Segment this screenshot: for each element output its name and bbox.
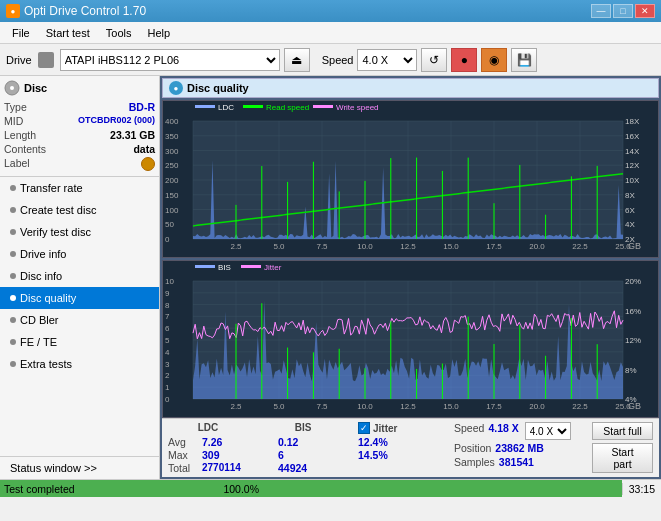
menu-help[interactable]: Help [139, 25, 178, 41]
nav-dot [10, 251, 16, 257]
stats-table: LDC BIS ✓ Jitter Avg 7.26 [168, 422, 438, 474]
start-full-button[interactable]: Start full [592, 422, 653, 440]
orange-button[interactable]: ◉ [481, 48, 507, 72]
titlebar: ● Opti Drive Control 1.70 — □ ✕ [0, 0, 661, 22]
nav-dot [10, 295, 16, 301]
sidebar-bottom: Status window >> [0, 456, 159, 479]
bis-avg: 0.12 [278, 436, 298, 448]
nav-dot [10, 361, 16, 367]
svg-point-1 [10, 86, 14, 90]
position-label: Position [454, 442, 491, 454]
disc-contents-row: Contents data [4, 142, 155, 156]
red-button[interactable]: ● [451, 48, 477, 72]
ldc-total: 2770114 [202, 462, 241, 474]
sidebar-item-create-test-disc[interactable]: Create test disc [0, 199, 159, 221]
app-icon: ● [6, 4, 20, 18]
disc-length-row: Length 23.31 GB [4, 128, 155, 142]
content-area: ● Disc quality LDC BIS [160, 76, 661, 479]
bis-total: 44924 [278, 462, 307, 474]
drive-label: Drive [6, 54, 32, 66]
position-value: 23862 MB [495, 442, 543, 454]
chart1-wrapper [162, 100, 659, 258]
nav-dot [10, 317, 16, 323]
stats-area: LDC BIS ✓ Jitter Avg 7.26 [162, 418, 659, 477]
minimize-button[interactable]: — [591, 4, 611, 18]
ldc-avg: 7.26 [202, 436, 222, 448]
disc-icon [4, 80, 20, 96]
samples-label: Samples [454, 456, 495, 468]
toolbar: Drive ATAPI iHBS112 2 PL06 ⏏ Speed 4.0 X… [0, 44, 661, 76]
drive-select[interactable]: ATAPI iHBS112 2 PL06 [60, 49, 280, 71]
sidebar-item-verify-test-disc[interactable]: Verify test disc [0, 221, 159, 243]
maximize-button[interactable]: □ [613, 4, 633, 18]
eject-button[interactable]: ⏏ [284, 48, 310, 72]
status-window-button[interactable]: Status window >> [0, 457, 159, 479]
bis-header: BIS [278, 422, 328, 433]
sidebar-item-drive-info[interactable]: Drive info [0, 243, 159, 265]
bis-max: 6 [278, 449, 284, 461]
drive-icon [38, 52, 54, 68]
total-label: Total [168, 462, 198, 474]
nav-dot [10, 273, 16, 279]
sidebar-item-cd-bler[interactable]: CD Bler [0, 309, 159, 331]
jitter-avg: 12.4% [358, 436, 388, 448]
chart2-wrapper [162, 260, 659, 418]
jitter-header: Jitter [373, 423, 397, 434]
charts-container [162, 100, 659, 418]
nav-dot [10, 339, 16, 345]
disc-type-row: Type BD-R [4, 100, 155, 114]
avg-label: Avg [168, 436, 198, 448]
speed-info: Speed 4.18 X 4.0 X Position 23862 MB Sam… [454, 422, 584, 468]
progress-text: Test completed 100.0% [4, 483, 259, 495]
chart2-canvas [163, 261, 658, 417]
max-label: Max [168, 449, 198, 461]
speed-label: Speed [454, 422, 484, 440]
menu-file[interactable]: File [4, 25, 38, 41]
window-controls: — □ ✕ [591, 4, 655, 18]
menu-tools[interactable]: Tools [98, 25, 140, 41]
start-part-button[interactable]: Start part [592, 443, 653, 473]
status-time: 33:15 [622, 483, 661, 495]
save-button[interactable]: 💾 [511, 48, 537, 72]
speed-value: 4.18 X [488, 422, 518, 440]
menu-start-test[interactable]: Start test [38, 25, 98, 41]
main-container: Disc Type BD-R MID OTCBDR002 (000) Lengt… [0, 76, 661, 479]
progress-container: Test completed 100.0% [0, 480, 622, 497]
sidebar-item-fe-te[interactable]: FE / TE [0, 331, 159, 353]
disc-panel-header: Disc [4, 80, 155, 96]
disc-quality-icon: ● [169, 81, 183, 95]
refresh-button[interactable]: ↺ [421, 48, 447, 72]
ldc-max: 309 [202, 449, 220, 461]
nav-dot [10, 229, 16, 235]
jitter-checkbox[interactable]: ✓ [358, 422, 370, 434]
action-buttons: Start full Start part [592, 422, 653, 473]
nav-dot [10, 207, 16, 213]
sidebar-item-extra-tests[interactable]: Extra tests [0, 353, 159, 375]
nav-dot [10, 185, 16, 191]
jitter-max: 14.5% [358, 449, 388, 461]
menubar: File Start test Tools Help [0, 22, 661, 44]
speed-label: Speed [322, 54, 354, 66]
sidebar: Disc Type BD-R MID OTCBDR002 (000) Lengt… [0, 76, 160, 479]
disc-quality-header: ● Disc quality [162, 78, 659, 98]
disc-mid-row: MID OTCBDR002 (000) [4, 114, 155, 128]
app-title: Opti Drive Control 1.70 [24, 4, 591, 18]
chart1-canvas [163, 101, 658, 257]
sidebar-item-disc-info[interactable]: Disc info [0, 265, 159, 287]
speed-select-stats[interactable]: 4.0 X [525, 422, 571, 440]
sidebar-item-disc-quality[interactable]: Disc quality [0, 287, 159, 309]
disc-panel: Disc Type BD-R MID OTCBDR002 (000) Lengt… [0, 76, 159, 177]
label-icon [141, 157, 155, 171]
disc-quality-title: Disc quality [187, 82, 249, 94]
ldc-header: LDC [168, 422, 248, 433]
disc-label-row: Label [4, 156, 155, 172]
speed-select[interactable]: 4.0 X [357, 49, 417, 71]
sidebar-item-transfer-rate[interactable]: Transfer rate [0, 177, 159, 199]
samples-value: 381541 [499, 456, 534, 468]
statusbar: Test completed 100.0% 33:15 [0, 479, 661, 497]
close-button[interactable]: ✕ [635, 4, 655, 18]
